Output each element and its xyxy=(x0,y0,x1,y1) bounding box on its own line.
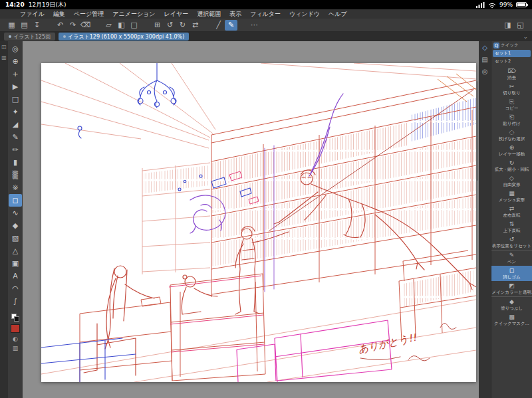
pen-tool[interactable]: ✎ xyxy=(9,131,22,144)
color-history-icon[interactable]: ▥ xyxy=(13,345,19,351)
deselect-icon[interactable]: ▱ xyxy=(102,20,115,31)
page-manager-icon[interactable]: ▤ xyxy=(18,20,31,31)
navigate-tool[interactable]: ◎ xyxy=(9,43,22,55)
quick-item-icon: ⌦ xyxy=(507,68,516,74)
fill-tool[interactable]: ◆ xyxy=(9,219,22,232)
menu-item[interactable]: ヘルプ xyxy=(329,10,347,19)
quick-item-main-color-transparent[interactable]: ◩ メインカラーと透明... xyxy=(491,281,532,296)
quick-item-mesh-transform[interactable]: ▦ メッシュ変形 xyxy=(491,189,532,204)
quick-item-eraser[interactable]: ◻ 消しゴム xyxy=(491,266,532,281)
tab-status-dot xyxy=(63,35,66,38)
tab-list-chevron-down-icon[interactable]: ⌄ xyxy=(523,33,528,40)
quick-item-icon: ↺ xyxy=(509,237,515,243)
quick-item-paste[interactable]: ⎗ 貼り付け xyxy=(491,112,532,128)
workspace: ◫▥ ◎⊕+▶□✦◢✎✏▮▒※◻∿◆▧△▣A◠∫ ◐ ▥ xyxy=(0,41,532,398)
selection-tool[interactable]: □ xyxy=(9,93,22,106)
eyedropper-tool[interactable]: ◢ xyxy=(9,118,22,131)
canvas-area[interactable]: ありがとう!! xyxy=(23,41,479,398)
auto-select-tool[interactable]: ✦ xyxy=(9,106,22,118)
menu-item[interactable]: 編集 xyxy=(53,10,65,19)
menu-item[interactable]: レイヤー xyxy=(164,10,189,19)
quick-item-icon: ⊕ xyxy=(509,145,515,151)
quick-item-flip-horizontal[interactable]: ⇄ 左右反転 xyxy=(491,204,532,219)
gradient-tool[interactable]: ▧ xyxy=(9,232,22,245)
quick-item-label: ペン xyxy=(507,259,516,264)
menu-item[interactable]: ファイル xyxy=(20,10,45,19)
quick-item-pen[interactable]: ✎ ペン xyxy=(491,250,532,266)
brush-tool[interactable]: ▮ xyxy=(9,156,22,169)
invert-selection-icon[interactable]: ◧ xyxy=(115,20,128,31)
quick-item-cut[interactable]: ✂ 切り取り xyxy=(491,82,532,97)
quick-item-scale-rotate[interactable]: ↻ 拡大・縮小・回転 xyxy=(491,158,532,173)
eraser-tool[interactable]: ◻ xyxy=(9,194,22,207)
quick-item-label: 左右反転 xyxy=(503,213,521,218)
move-tool[interactable]: + xyxy=(9,68,22,80)
text-tool[interactable]: A xyxy=(9,270,22,282)
command-right-icons: ◨◱ xyxy=(501,20,527,31)
quick-item-lasso-select[interactable]: ◌ 投げなわ選択 xyxy=(491,128,532,143)
figure-tool[interactable]: △ xyxy=(9,245,22,257)
quick-item-icon: ✂ xyxy=(509,84,515,90)
quick-set-button[interactable]: セット1 xyxy=(493,50,531,57)
zoom-tool[interactable]: ⊕ xyxy=(9,55,22,68)
quick-set-button[interactable]: セット2 xyxy=(493,58,531,65)
save-icon[interactable]: ↧ xyxy=(31,20,43,31)
rotate-cw-icon[interactable]: ↻ xyxy=(176,20,189,31)
delete-icon[interactable]: ⌫ xyxy=(79,20,92,31)
airbrush-tool[interactable]: ▒ xyxy=(9,169,22,181)
line-correction-tool[interactable]: ∫ xyxy=(9,295,22,308)
menu-item[interactable]: ページ管理 xyxy=(74,10,104,19)
quick-item-copy[interactable]: ⎘ コピー xyxy=(491,97,532,112)
material-dock-icon[interactable]: ▤ xyxy=(481,56,487,63)
navigator-dock-icon[interactable]: ◎ xyxy=(482,68,488,75)
frame-border-tool[interactable]: ▣ xyxy=(9,257,22,270)
subtool-panel-icon[interactable]: ▥ xyxy=(1,54,7,60)
quick-item-clear[interactable]: ⌦ 消去 xyxy=(491,66,532,82)
quick-item-icon: ◆ xyxy=(509,299,514,305)
quick-access-dock-icon[interactable]: ◇ xyxy=(482,44,487,51)
balloon-tool[interactable]: ◠ xyxy=(9,282,22,295)
flip-horizontal-icon[interactable]: ⇄ xyxy=(189,20,201,31)
canvas-page[interactable]: ありがとう!! xyxy=(41,63,476,382)
workspace-grid-icon[interactable]: ▦ xyxy=(5,20,18,31)
color-set-icon[interactable]: ◐ xyxy=(13,336,18,342)
palette-dock-bar: ◇▤◎ xyxy=(479,41,491,398)
straight-line-icon[interactable]: ╱ xyxy=(212,20,225,31)
select-all-icon[interactable]: □ xyxy=(128,20,140,31)
main-sub-color-icon[interactable] xyxy=(11,314,20,322)
main-color-swatch[interactable] xyxy=(11,324,20,333)
quick-item-quick-mask[interactable]: ▩ クイックマスク... xyxy=(491,312,532,328)
pen-mode-icon[interactable]: ✎ xyxy=(225,20,237,31)
tab-illustration-125[interactable]: イラスト125回 xyxy=(4,33,55,41)
battery-percent: 99% xyxy=(499,1,513,8)
menu-item[interactable]: 選択範囲 xyxy=(197,10,221,19)
decoration-tool[interactable]: ※ xyxy=(9,181,22,194)
quick-item-free-transform[interactable]: ◇ 自由変形 xyxy=(491,173,532,189)
menu-item[interactable]: ウィンドウ xyxy=(289,10,320,19)
palette-toggle-icon[interactable]: ◨ xyxy=(501,20,514,31)
menu-item[interactable]: 表示 xyxy=(229,10,241,19)
undo-icon[interactable]: ↶ xyxy=(54,20,66,31)
quick-item-reset-display[interactable]: ↺ 表示位置をリセット xyxy=(491,235,532,250)
left-edge-bar: ◫▥ xyxy=(0,41,8,398)
tab-illustration-129[interactable]: イラスト129 (6100 x 5500px 300dpi 41.0%) xyxy=(59,33,189,41)
quick-access-header: Q クイック xyxy=(491,41,532,50)
canvas-scrollbar[interactable] xyxy=(476,81,478,181)
quick-item-move-layer[interactable]: ⊕ レイヤー移動 xyxy=(491,143,532,158)
quick-item-fill[interactable]: ◆ 塗りつぶし xyxy=(491,296,532,312)
operation-tool[interactable]: ▶ xyxy=(9,80,22,93)
menu-item[interactable]: フィルター xyxy=(250,10,281,19)
quick-item-flip-vertical[interactable]: ⇅ 上下反転 xyxy=(491,219,532,235)
fit-screen-icon[interactable]: ⊞ xyxy=(151,20,164,31)
fullscreen-icon[interactable]: ◱ xyxy=(514,20,527,31)
pencil-tool[interactable]: ✏ xyxy=(9,144,22,156)
redo-icon[interactable]: ↷ xyxy=(66,20,79,31)
blend-tool[interactable]: ∿ xyxy=(9,207,22,219)
quick-item-label: レイヤー移動 xyxy=(499,151,525,157)
rotate-ccw-icon[interactable]: ↺ xyxy=(164,20,176,31)
menu-item[interactable]: アニメーション xyxy=(112,10,155,19)
quick-item-icon: ⇄ xyxy=(509,206,515,212)
more-icon[interactable]: ⋯ xyxy=(248,20,261,31)
status-time: 14:20 xyxy=(5,1,25,8)
toolbar-collapse-icon[interactable]: ◫ xyxy=(1,44,7,50)
